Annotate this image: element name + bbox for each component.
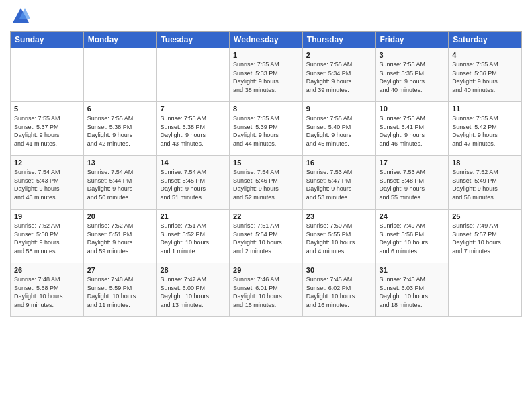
- cell-info: Sunrise: 7:48 AM Sunset: 5:59 PM Dayligh…: [87, 275, 153, 309]
- calendar-cell: 11Sunrise: 7:55 AM Sunset: 5:42 PM Dayli…: [449, 102, 522, 156]
- cell-info: Sunrise: 7:54 AM Sunset: 5:46 PM Dayligh…: [233, 168, 299, 201]
- weekday-header: Sunday: [11, 32, 84, 48]
- day-number: 10: [380, 105, 445, 113]
- header: [10, 7, 522, 26]
- day-number: 17: [380, 158, 445, 167]
- week-row: 1Sunrise: 7:55 AM Sunset: 5:33 PM Daylig…: [11, 48, 522, 102]
- day-number: 13: [87, 158, 153, 167]
- cell-info: Sunrise: 7:53 AM Sunset: 5:48 PM Dayligh…: [380, 168, 445, 201]
- cell-info: Sunrise: 7:55 AM Sunset: 5:35 PM Dayligh…: [380, 60, 445, 94]
- cell-info: Sunrise: 7:54 AM Sunset: 5:44 PM Dayligh…: [87, 168, 153, 201]
- weekday-header: Wednesday: [230, 32, 303, 48]
- calendar-cell: 25Sunrise: 7:49 AM Sunset: 5:57 PM Dayli…: [449, 210, 522, 263]
- calendar-cell: 3Sunrise: 7:55 AM Sunset: 5:35 PM Daylig…: [375, 48, 449, 102]
- calendar-cell: 16Sunrise: 7:53 AM Sunset: 5:47 PM Dayli…: [302, 156, 375, 210]
- calendar-cell: 7Sunrise: 7:55 AM Sunset: 5:38 PM Daylig…: [157, 102, 230, 156]
- calendar-cell: 2Sunrise: 7:55 AM Sunset: 5:34 PM Daylig…: [302, 48, 375, 102]
- cell-info: Sunrise: 7:49 AM Sunset: 5:57 PM Dayligh…: [452, 222, 518, 255]
- calendar-cell: 27Sunrise: 7:48 AM Sunset: 5:59 PM Dayli…: [83, 263, 157, 317]
- cell-info: Sunrise: 7:55 AM Sunset: 5:41 PM Dayligh…: [380, 114, 445, 148]
- cell-info: Sunrise: 7:55 AM Sunset: 5:42 PM Dayligh…: [452, 114, 518, 148]
- calendar-cell: 23Sunrise: 7:50 AM Sunset: 5:55 PM Dayli…: [302, 210, 375, 263]
- day-number: 19: [14, 212, 80, 220]
- cell-info: Sunrise: 7:55 AM Sunset: 5:38 PM Dayligh…: [160, 114, 226, 148]
- calendar-cell: [11, 48, 84, 102]
- day-number: 12: [14, 158, 80, 167]
- logo-icon: [11, 7, 30, 26]
- calendar-cell: 14Sunrise: 7:54 AM Sunset: 5:45 PM Dayli…: [157, 156, 230, 210]
- day-number: 1: [233, 51, 299, 59]
- day-number: 28: [160, 266, 226, 274]
- cell-info: Sunrise: 7:55 AM Sunset: 5:34 PM Dayligh…: [306, 60, 372, 94]
- day-number: 11: [452, 105, 518, 113]
- day-number: 31: [380, 266, 445, 274]
- day-number: 20: [87, 212, 153, 220]
- cell-info: Sunrise: 7:55 AM Sunset: 5:39 PM Dayligh…: [233, 114, 299, 148]
- page: SundayMondayTuesdayWednesdayThursdayFrid…: [0, 0, 532, 411]
- cell-info: Sunrise: 7:52 AM Sunset: 5:49 PM Dayligh…: [452, 168, 518, 201]
- day-number: 5: [14, 105, 80, 113]
- weekday-header: Friday: [375, 32, 449, 48]
- week-row: 5Sunrise: 7:55 AM Sunset: 5:37 PM Daylig…: [11, 102, 522, 156]
- calendar-cell: 29Sunrise: 7:46 AM Sunset: 6:01 PM Dayli…: [230, 263, 303, 317]
- cell-info: Sunrise: 7:55 AM Sunset: 5:33 PM Dayligh…: [233, 60, 299, 94]
- calendar-cell: 10Sunrise: 7:55 AM Sunset: 5:41 PM Dayli…: [375, 102, 449, 156]
- cell-info: Sunrise: 7:53 AM Sunset: 5:47 PM Dayligh…: [306, 168, 372, 201]
- cell-info: Sunrise: 7:47 AM Sunset: 6:00 PM Dayligh…: [160, 275, 226, 309]
- weekday-header: Thursday: [302, 32, 375, 48]
- day-number: 18: [452, 158, 518, 167]
- cell-info: Sunrise: 7:54 AM Sunset: 5:43 PM Dayligh…: [14, 168, 80, 201]
- cell-info: Sunrise: 7:55 AM Sunset: 5:37 PM Dayligh…: [14, 114, 80, 148]
- calendar-cell: 22Sunrise: 7:51 AM Sunset: 5:54 PM Dayli…: [230, 210, 303, 263]
- cell-info: Sunrise: 7:45 AM Sunset: 6:03 PM Dayligh…: [380, 275, 445, 309]
- calendar-cell: 15Sunrise: 7:54 AM Sunset: 5:46 PM Dayli…: [230, 156, 303, 210]
- day-number: 27: [87, 266, 153, 274]
- calendar-cell: 17Sunrise: 7:53 AM Sunset: 5:48 PM Dayli…: [375, 156, 449, 210]
- cell-info: Sunrise: 7:46 AM Sunset: 6:01 PM Dayligh…: [233, 275, 299, 309]
- day-number: 4: [452, 51, 518, 59]
- day-number: 22: [233, 212, 299, 220]
- week-row: 26Sunrise: 7:48 AM Sunset: 5:58 PM Dayli…: [11, 263, 522, 317]
- calendar-cell: 18Sunrise: 7:52 AM Sunset: 5:49 PM Dayli…: [449, 156, 522, 210]
- cell-info: Sunrise: 7:48 AM Sunset: 5:58 PM Dayligh…: [14, 275, 80, 309]
- cell-info: Sunrise: 7:50 AM Sunset: 5:55 PM Dayligh…: [306, 222, 372, 255]
- cell-info: Sunrise: 7:51 AM Sunset: 5:54 PM Dayligh…: [233, 222, 299, 255]
- day-number: 16: [306, 158, 372, 167]
- cell-info: Sunrise: 7:55 AM Sunset: 5:38 PM Dayligh…: [87, 114, 153, 148]
- calendar-cell: 12Sunrise: 7:54 AM Sunset: 5:43 PM Dayli…: [11, 156, 84, 210]
- calendar-cell: 28Sunrise: 7:47 AM Sunset: 6:00 PM Dayli…: [157, 263, 230, 317]
- calendar-cell: 6Sunrise: 7:55 AM Sunset: 5:38 PM Daylig…: [83, 102, 157, 156]
- calendar-cell: [449, 263, 522, 317]
- calendar-cell: 30Sunrise: 7:45 AM Sunset: 6:02 PM Dayli…: [302, 263, 375, 317]
- cell-info: Sunrise: 7:49 AM Sunset: 5:56 PM Dayligh…: [380, 222, 445, 255]
- day-number: 14: [160, 158, 226, 167]
- cell-info: Sunrise: 7:54 AM Sunset: 5:45 PM Dayligh…: [160, 168, 226, 201]
- day-number: 7: [160, 105, 226, 113]
- day-number: 15: [233, 158, 299, 167]
- day-number: 21: [160, 212, 226, 220]
- cell-info: Sunrise: 7:55 AM Sunset: 5:40 PM Dayligh…: [306, 114, 372, 148]
- cell-info: Sunrise: 7:51 AM Sunset: 5:52 PM Dayligh…: [160, 222, 226, 255]
- calendar-cell: 9Sunrise: 7:55 AM Sunset: 5:40 PM Daylig…: [302, 102, 375, 156]
- logo: [10, 7, 30, 26]
- calendar-cell: 20Sunrise: 7:52 AM Sunset: 5:51 PM Dayli…: [83, 210, 157, 263]
- calendar-cell: 26Sunrise: 7:48 AM Sunset: 5:58 PM Dayli…: [11, 263, 84, 317]
- calendar: SundayMondayTuesdayWednesdayThursdayFrid…: [10, 31, 522, 317]
- day-number: 23: [306, 212, 372, 220]
- calendar-cell: [83, 48, 157, 102]
- calendar-cell: 24Sunrise: 7:49 AM Sunset: 5:56 PM Dayli…: [375, 210, 449, 263]
- calendar-cell: 13Sunrise: 7:54 AM Sunset: 5:44 PM Dayli…: [83, 156, 157, 210]
- week-row: 12Sunrise: 7:54 AM Sunset: 5:43 PM Dayli…: [11, 156, 522, 210]
- cell-info: Sunrise: 7:45 AM Sunset: 6:02 PM Dayligh…: [306, 275, 372, 309]
- day-number: 2: [306, 51, 372, 59]
- calendar-cell: 19Sunrise: 7:52 AM Sunset: 5:50 PM Dayli…: [11, 210, 84, 263]
- day-number: 30: [306, 266, 372, 274]
- week-row: 19Sunrise: 7:52 AM Sunset: 5:50 PM Dayli…: [11, 210, 522, 263]
- day-number: 9: [306, 105, 372, 113]
- weekday-header: Tuesday: [157, 32, 230, 48]
- calendar-cell: 31Sunrise: 7:45 AM Sunset: 6:03 PM Dayli…: [375, 263, 449, 317]
- weekday-header: Monday: [83, 32, 157, 48]
- day-number: 8: [233, 105, 299, 113]
- day-number: 24: [380, 212, 445, 220]
- calendar-cell: 21Sunrise: 7:51 AM Sunset: 5:52 PM Dayli…: [157, 210, 230, 263]
